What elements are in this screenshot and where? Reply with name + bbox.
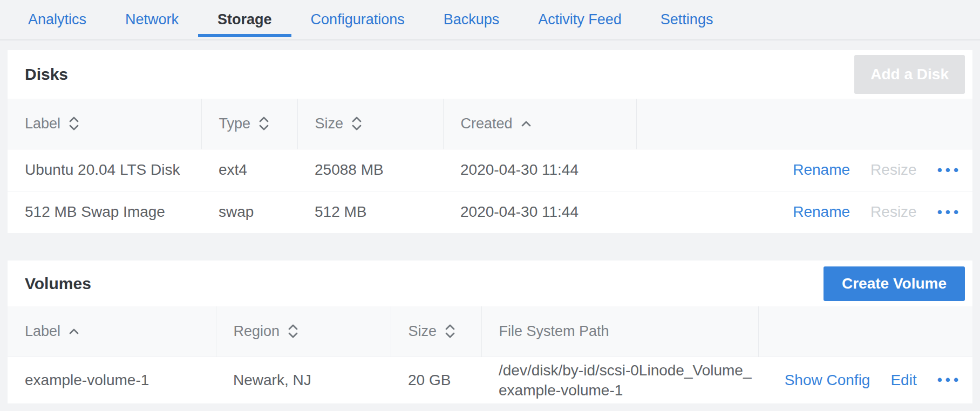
volumes-panel: Volumes Create Volume Label Region [8, 261, 972, 403]
volumes-panel-header: Volumes Create Volume [8, 261, 972, 306]
disks-panel-header: Disks Add a Disk [8, 50, 972, 99]
volumes-header-row: Label Region Size [8, 306, 972, 357]
sort-icon [68, 115, 80, 132]
disk-size-cell: 25088 MB [297, 149, 443, 191]
volumes-column-file-system-path: File System Path [481, 306, 758, 357]
volume-row: example-volume-1 Newark, NJ 20 GB /dev/d… [8, 357, 972, 403]
sort-ascending-icon [68, 327, 80, 335]
tab-backups[interactable]: Backups [424, 0, 519, 39]
column-label-text: Type [219, 115, 251, 132]
tab-activity-feed[interactable]: Activity Feed [519, 0, 641, 39]
volumes-column-region[interactable]: Region [216, 306, 391, 357]
volumes-column-label[interactable]: Label [8, 306, 216, 357]
volumes-title: Volumes [25, 275, 91, 293]
volumes-column-actions [758, 306, 972, 357]
tab-storage[interactable]: Storage [198, 0, 291, 39]
disks-column-size[interactable]: Size [297, 99, 443, 149]
disks-table: Label Type Size [8, 99, 972, 233]
tab-bar: Analytics Network Storage Configurations… [0, 0, 980, 40]
disks-column-label[interactable]: Label [8, 99, 201, 149]
tab-configurations[interactable]: Configurations [291, 0, 424, 39]
disks-column-created[interactable]: Created [443, 99, 636, 149]
column-label-text: Created [461, 115, 513, 132]
column-label-text: Label [25, 323, 60, 340]
tab-analytics[interactable]: Analytics [9, 0, 106, 39]
disk-label-cell: 512 MB Swap Image [8, 191, 201, 233]
more-actions-button[interactable]: ••• [937, 204, 962, 221]
tab-settings[interactable]: Settings [641, 0, 733, 39]
disk-row: Ubuntu 20.04 LTS Disk ext4 25088 MB 2020… [8, 149, 972, 191]
disks-header-row: Label Type Size [8, 99, 972, 149]
disk-size-cell: 512 MB [297, 191, 443, 233]
disks-column-actions [636, 99, 972, 149]
disk-type-cell: ext4 [201, 149, 297, 191]
add-a-disk-button[interactable]: Add a Disk [854, 55, 965, 94]
column-label-text: Label [25, 115, 60, 132]
more-actions-button[interactable]: ••• [937, 162, 962, 179]
column-label-text: Size [409, 323, 437, 340]
resize-button[interactable]: Resize [870, 161, 917, 179]
column-label-text: Region [234, 323, 280, 340]
disks-column-type[interactable]: Type [201, 99, 297, 149]
volume-region-cell: Newark, NJ [216, 357, 391, 403]
disk-row: 512 MB Swap Image swap 512 MB 2020-04-30… [8, 191, 972, 233]
sort-icon [444, 323, 456, 339]
sort-icon [258, 115, 270, 132]
disks-title: Disks [25, 65, 68, 84]
create-volume-button[interactable]: Create Volume [824, 266, 965, 301]
disk-created-cell: 2020-04-30 11:44 [443, 191, 636, 233]
disk-label-cell: Ubuntu 20.04 LTS Disk [8, 149, 201, 191]
volumes-column-size[interactable]: Size [391, 306, 481, 357]
volumes-table: Label Region Size [8, 306, 972, 403]
sort-icon [287, 323, 299, 339]
disk-created-cell: 2020-04-30 11:44 [443, 149, 636, 191]
volume-size-cell: 20 GB [391, 357, 481, 403]
edit-button[interactable]: Edit [890, 372, 916, 389]
column-label-text: File System Path [499, 323, 609, 340]
rename-button[interactable]: Rename [793, 203, 850, 221]
volume-path-cell: /dev/disk/by-id/scsi-0Linode_Volume_exam… [481, 357, 758, 403]
resize-button[interactable]: Resize [870, 203, 917, 221]
column-label-text: Size [315, 115, 344, 132]
disk-type-cell: swap [201, 191, 297, 233]
rename-button[interactable]: Rename [793, 161, 850, 179]
disks-panel: Disks Add a Disk Label Type [8, 50, 972, 233]
more-actions-button[interactable]: ••• [937, 372, 962, 388]
volume-label-cell: example-volume-1 [8, 357, 216, 403]
tab-network[interactable]: Network [106, 0, 198, 39]
show-config-button[interactable]: Show Config [785, 372, 870, 389]
sort-icon [351, 115, 363, 132]
sort-ascending-icon [520, 120, 532, 127]
